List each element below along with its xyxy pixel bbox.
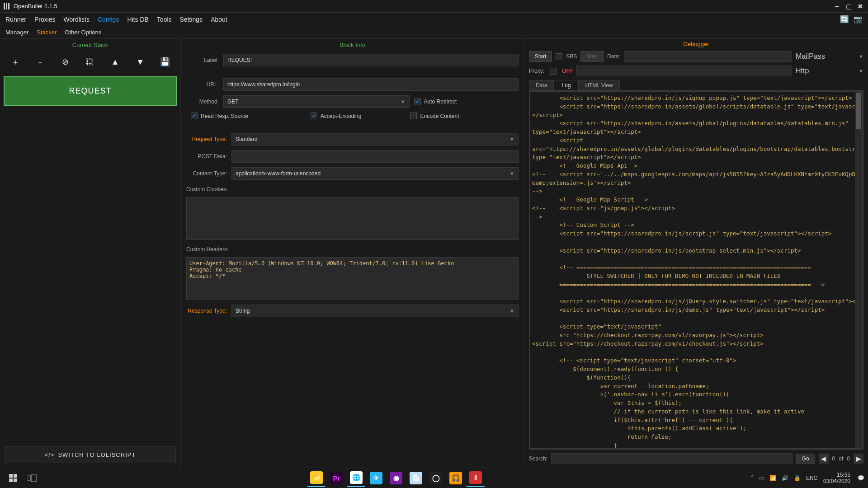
taskbar-chrome[interactable]: 🌐 [347, 469, 365, 487]
maximize-button[interactable]: ▢ [844, 2, 853, 10]
log-scrollbar[interactable] [855, 92, 862, 448]
sbs-checkbox[interactable] [556, 53, 562, 60]
taskbar-premiere[interactable]: Pr [327, 469, 345, 487]
response-type-select[interactable]: String ▼ [231, 305, 519, 317]
move-up-button[interactable]: ▲ [108, 55, 123, 69]
menu-tools[interactable]: Tools [157, 16, 172, 23]
submenu-stacker[interactable]: Stacker [37, 29, 57, 36]
close-button[interactable]: ✖ [856, 2, 864, 10]
data-input[interactable] [624, 51, 792, 62]
log-viewer: <script src="https://sharedpro.in/js/sig… [529, 91, 863, 450]
search-input[interactable] [551, 453, 792, 464]
headers-textarea[interactable] [186, 257, 519, 300]
contenttype-select[interactable]: application/x-www-form-urlencoded ▼ [231, 167, 519, 180]
chevron-down-icon: ▼ [859, 68, 863, 74]
proxy-type-select[interactable]: Http ▼ [796, 67, 863, 75]
tray-clock[interactable]: 15:55 03/04/2020 [823, 472, 850, 485]
camera-icon[interactable]: 📷 [854, 15, 863, 23]
encode-content-checkbox[interactable]: Encode Content [410, 113, 459, 119]
tray-language[interactable]: ENG [806, 475, 818, 481]
postdata-input[interactable] [231, 150, 519, 163]
data-type-select[interactable]: MailPass ▼ [796, 52, 863, 61]
tray-lock-icon[interactable]: 🔒 [794, 475, 801, 481]
menu-hitsdb[interactable]: Hits DB [127, 16, 148, 23]
move-down-button[interactable]: ▼ [133, 55, 147, 69]
method-select[interactable]: GET ▼ [223, 95, 410, 108]
copy-block-button[interactable]: ⿻ [83, 55, 97, 69]
search-next-button[interactable]: ▶ [854, 454, 863, 464]
app-logo-icon [4, 3, 10, 9]
refresh-icon[interactable]: 🔄 [840, 15, 849, 23]
request-type-select[interactable]: Standard ▼ [231, 133, 519, 145]
taskbar-telegram[interactable]: ✈ [367, 469, 385, 487]
menu-wordlists[interactable]: Wordlists [64, 16, 90, 23]
method-label: Method: [186, 99, 219, 105]
block-info-panel: Block Info Label: URL: Method: GET ▼ ✔Au… [181, 39, 524, 468]
system-tray: ˄ ▭ 📶 🔊 🔒 ENG 15:55 03/04/2020 💬 [751, 472, 864, 485]
tab-log[interactable]: Log [555, 80, 577, 90]
label-input[interactable] [223, 54, 519, 66]
taskbar-app-purple[interactable]: ◉ [387, 469, 405, 487]
tray-volume-icon[interactable]: 🔊 [782, 475, 788, 481]
menu-proxies[interactable]: Proxies [34, 16, 56, 23]
cookies-textarea[interactable] [186, 197, 519, 240]
menu-about[interactable]: About [211, 16, 227, 23]
submenu-other[interactable]: Other Options [65, 29, 101, 36]
menu-configs[interactable]: Configs [98, 16, 119, 23]
stack-panel: Current Stack ＋ － ⊘ ⿻ ▲ ▼ 💾 REQUEST </> … [0, 39, 181, 468]
url-input[interactable] [223, 78, 519, 91]
taskbar-notepad[interactable]: 📄 [407, 469, 425, 487]
debugger-header: Debugger [524, 39, 868, 49]
search-go-button[interactable]: Go [796, 454, 815, 464]
start-button[interactable]: Start [529, 51, 552, 62]
menu-runner[interactable]: Runner [5, 16, 26, 23]
tab-htmlview[interactable]: HTML View [578, 80, 619, 90]
proxy-input[interactable] [576, 66, 792, 76]
taskbar-openbullet[interactable]: ⦀ [467, 469, 485, 487]
step-button[interactable]: Step [580, 51, 604, 62]
accept-encoding-checkbox[interactable]: ✔Accept-Encoding [311, 113, 362, 119]
search-prev-button[interactable]: ◀ [819, 454, 829, 464]
search-current: 0 [832, 455, 835, 462]
proxy-checkbox[interactable] [550, 68, 557, 75]
stack-toolbar: ＋ － ⊘ ⿻ ▲ ▼ 💾 [0, 51, 180, 73]
svg-rect-0 [9, 474, 13, 478]
start-button[interactable] [4, 469, 22, 487]
titlebar: OpenBullet 1.1.5 ━ ▢ ✖ [0, 0, 868, 13]
url-label: URL: [186, 81, 219, 88]
chevron-down-icon: ▼ [401, 99, 406, 104]
tray-battery-icon[interactable]: ▭ [759, 475, 764, 481]
remove-block-button[interactable]: － [33, 55, 47, 69]
tab-data[interactable]: Data [529, 80, 554, 90]
taskbar-audacity[interactable]: 🎧 [447, 469, 465, 487]
label-label: Label: [186, 57, 219, 63]
switch-loliscript-button[interactable]: </> SWITCH TO LOLISCRIPT [5, 446, 176, 463]
chevron-down-icon: ▼ [509, 171, 514, 176]
save-button[interactable]: 💾 [158, 55, 172, 69]
menu-settings[interactable]: Settings [180, 16, 203, 23]
block-info-header: Block Info [181, 39, 524, 51]
submenu-manager[interactable]: Manager [5, 29, 28, 36]
auto-redirect-checkbox[interactable]: ✔Auto Redirect [414, 99, 457, 105]
read-resp-checkbox[interactable]: ✔Read Resp. Source [191, 113, 248, 119]
proxy-off-indicator: OFF [562, 68, 573, 74]
tray-wifi-icon[interactable]: 📶 [769, 475, 776, 481]
stack-item-request[interactable]: REQUEST [4, 76, 177, 106]
log-content[interactable]: <script src="https://sharedpro.in/js/sig… [532, 94, 860, 450]
taskbar-obs[interactable]: ◯ [427, 469, 445, 487]
tray-chevron-up-icon[interactable]: ˄ [751, 475, 754, 481]
postdata-label: POST Data: [186, 153, 227, 160]
stack-list: REQUEST [0, 73, 180, 442]
sub-menu: Manager Stacker Other Options [0, 26, 868, 39]
add-block-button[interactable]: ＋ [8, 55, 23, 69]
minimize-button[interactable]: ━ [833, 2, 841, 10]
taskbar-explorer[interactable]: 📁 [307, 469, 326, 487]
code-icon: </> [45, 451, 55, 458]
response-type-label: Response Type: [186, 308, 227, 314]
tray-notifications-icon[interactable]: 💬 [858, 475, 864, 481]
search-of: of [839, 455, 843, 462]
disable-block-button[interactable]: ⊘ [58, 55, 72, 69]
task-view-button[interactable] [23, 469, 41, 487]
svg-rect-2 [9, 479, 13, 482]
data-label: Data: [607, 53, 620, 60]
